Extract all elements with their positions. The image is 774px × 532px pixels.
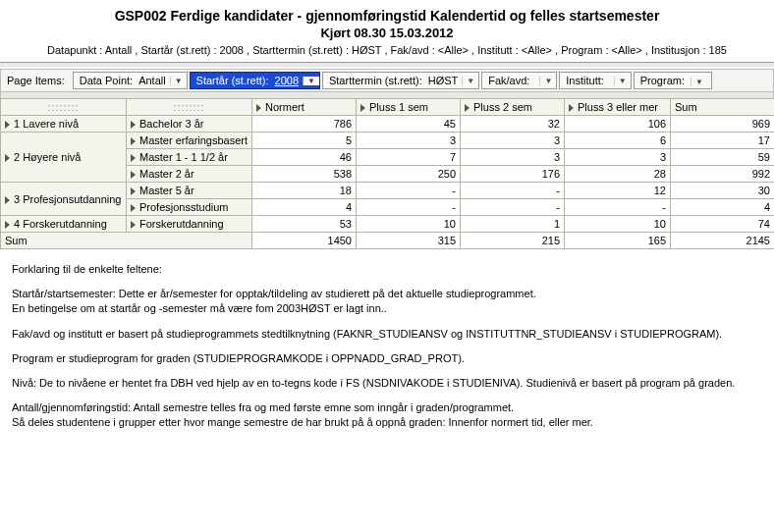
data-cell: 18 bbox=[252, 183, 357, 199]
data-cell: 969 bbox=[671, 116, 775, 133]
pill-label: Startår (st.rett): bbox=[191, 75, 273, 86]
row-sub-header[interactable]: Master 2 år bbox=[127, 166, 252, 183]
row-sub-header[interactable]: Master erfaringsbasert bbox=[127, 133, 252, 149]
expand-icon bbox=[256, 104, 261, 112]
chevron-down-icon[interactable]: ▼ bbox=[303, 77, 319, 85]
data-cell: 3 bbox=[461, 133, 565, 149]
data-cell: 53 bbox=[252, 216, 357, 233]
col-header[interactable]: Normert bbox=[252, 99, 357, 116]
chevron-down-icon[interactable]: ▼ bbox=[691, 78, 707, 86]
data-cell: 30 bbox=[671, 183, 775, 199]
data-cell: 32 bbox=[461, 116, 565, 133]
data-cell: 315 bbox=[357, 233, 461, 249]
expand-icon bbox=[360, 104, 365, 112]
data-cell: 1450 bbox=[252, 233, 357, 249]
data-cell: 7 bbox=[357, 149, 461, 166]
explain-line: Startår/startsemester: Dette er år/semes… bbox=[12, 288, 762, 300]
pill-value: ▼ bbox=[689, 75, 711, 86]
data-cell: 4 bbox=[671, 199, 775, 216]
explain-line: Så deles studentene i grupper etter hvor… bbox=[12, 416, 762, 429]
data-cell: 59 bbox=[671, 149, 775, 166]
data-cell: 10 bbox=[357, 216, 461, 233]
expand-icon bbox=[465, 104, 470, 112]
explain-line: Fak/avd og institutt er basert på studie… bbox=[12, 328, 762, 341]
col-header[interactable]: Pluss 1 sem bbox=[357, 99, 461, 116]
data-cell: 74 bbox=[671, 216, 775, 233]
data-cell: 28 bbox=[565, 166, 671, 183]
data-cell: 4 bbox=[252, 199, 357, 216]
data-cell: 12 bbox=[565, 183, 671, 199]
table-row: 4 ForskerutdanningForskerutdanning531011… bbox=[1, 216, 775, 233]
explain-line: Program er studieprogram for graden (STU… bbox=[12, 352, 762, 365]
page-item-pill[interactable]: Startår (st.rett):2008▼ bbox=[190, 72, 320, 89]
report-run-time: Kjørt 08.30 15.03.2012 bbox=[0, 26, 774, 40]
expand-icon bbox=[131, 171, 136, 179]
explain-line: En betingelse om at startår og -semester… bbox=[12, 302, 762, 315]
chevron-down-icon[interactable]: ▼ bbox=[539, 77, 556, 85]
data-cell: - bbox=[357, 183, 461, 199]
report-datapoint: Datapunkt : Antall , Startår (st.rett) :… bbox=[0, 44, 774, 56]
explain-intro: Forklaring til de enkelte feltene: bbox=[12, 263, 762, 276]
table-row: 2 Høyere nivåMaster erfaringsbasert53361… bbox=[1, 133, 775, 149]
row-sub-header[interactable]: Bachelor 3 år bbox=[127, 116, 252, 133]
table-row: 1 Lavere nivåBachelor 3 år7864532106969 bbox=[1, 116, 775, 133]
row-sub-header[interactable]: Profesjonsstudium bbox=[127, 199, 252, 216]
report-title: GSP002 Ferdige kandidater - gjennomførin… bbox=[0, 8, 774, 24]
expand-icon bbox=[131, 121, 136, 129]
expand-icon bbox=[5, 221, 10, 229]
page-item-pill[interactable]: Fak/avd:▼ bbox=[481, 72, 557, 89]
data-cell: 106 bbox=[565, 116, 671, 133]
page-items-label: Page Items: bbox=[3, 75, 71, 86]
col-header[interactable]: Pluss 2 sem bbox=[461, 99, 565, 116]
page-item-pill[interactable]: Program:▼ bbox=[634, 72, 712, 89]
pill-label: Fak/avd: bbox=[482, 75, 533, 86]
data-cell: 3 bbox=[461, 149, 565, 166]
page-item-pill[interactable]: Institutt:▼ bbox=[559, 72, 631, 89]
data-cell: 538 bbox=[252, 166, 357, 183]
data-cell: 5 bbox=[252, 133, 357, 149]
chevron-down-icon[interactable]: ▼ bbox=[614, 77, 631, 85]
data-cell: 786 bbox=[252, 116, 357, 133]
report-header: GSP002 Ferdige kandidater - gjennomførin… bbox=[0, 0, 774, 62]
page-items-bar: Page Items: Data Point:Antall▼Startår (s… bbox=[0, 69, 774, 92]
row-group-header[interactable]: 2 Høyere nivå bbox=[1, 133, 127, 183]
data-cell: 176 bbox=[461, 166, 565, 183]
chevron-down-icon[interactable]: ▼ bbox=[462, 77, 478, 85]
page-item-pill[interactable]: Data Point:Antall▼ bbox=[73, 72, 188, 89]
explanation-block: Forklaring til de enkelte feltene: Start… bbox=[0, 249, 774, 455]
row-grip[interactable]: :::::::: bbox=[127, 99, 252, 116]
row-group-header[interactable]: 4 Forskerutdanning bbox=[1, 216, 127, 233]
page-item-pill[interactable]: Starttermin (st.rett):HØST▼ bbox=[322, 72, 479, 89]
data-cell: - bbox=[461, 183, 565, 199]
row-sub-header[interactable]: Master 1 - 1 1/2 år bbox=[127, 149, 252, 166]
data-cell: 6 bbox=[565, 133, 671, 149]
row-group-header[interactable]: 3 Profesjonsutdanning bbox=[1, 183, 127, 216]
sum-row: Sum14503152151652145 bbox=[1, 233, 775, 249]
explain-line: Nivå: De to nivåene er hentet fra DBH ve… bbox=[12, 377, 762, 390]
expand-icon bbox=[131, 154, 136, 162]
table-row: 3 ProfesjonsutdanningMaster 5 år18--1230 bbox=[1, 183, 775, 199]
row-grip[interactable]: :::::::: bbox=[1, 99, 127, 116]
data-cell: - bbox=[357, 199, 461, 216]
expand-icon bbox=[131, 137, 136, 145]
row-sub-header[interactable]: Forskerutdanning bbox=[127, 216, 252, 233]
pill-label: Data Point: bbox=[74, 75, 137, 86]
row-sub-header[interactable]: Master 5 år bbox=[127, 183, 252, 199]
data-cell: 45 bbox=[357, 116, 461, 133]
data-cell: - bbox=[461, 199, 565, 216]
data-cell: 2145 bbox=[671, 233, 775, 249]
pill-value: Antall bbox=[137, 75, 170, 86]
pivot-table: :::::::: :::::::: Normert Pluss 1 sem Pl… bbox=[0, 98, 774, 249]
data-cell: 46 bbox=[252, 149, 357, 166]
expand-icon bbox=[131, 204, 136, 212]
pill-label: Starttermin (st.rett): bbox=[323, 75, 426, 86]
expand-icon bbox=[569, 104, 574, 112]
pill-value: HØST bbox=[426, 75, 463, 86]
data-cell: 215 bbox=[461, 233, 565, 249]
divider bbox=[0, 62, 774, 68]
data-cell: 3 bbox=[565, 149, 671, 166]
chevron-down-icon[interactable]: ▼ bbox=[170, 77, 187, 85]
data-cell: 992 bbox=[671, 166, 775, 183]
row-group-header[interactable]: 1 Lavere nivå bbox=[1, 116, 127, 133]
col-header[interactable]: Pluss 3 eller mer bbox=[565, 99, 671, 116]
